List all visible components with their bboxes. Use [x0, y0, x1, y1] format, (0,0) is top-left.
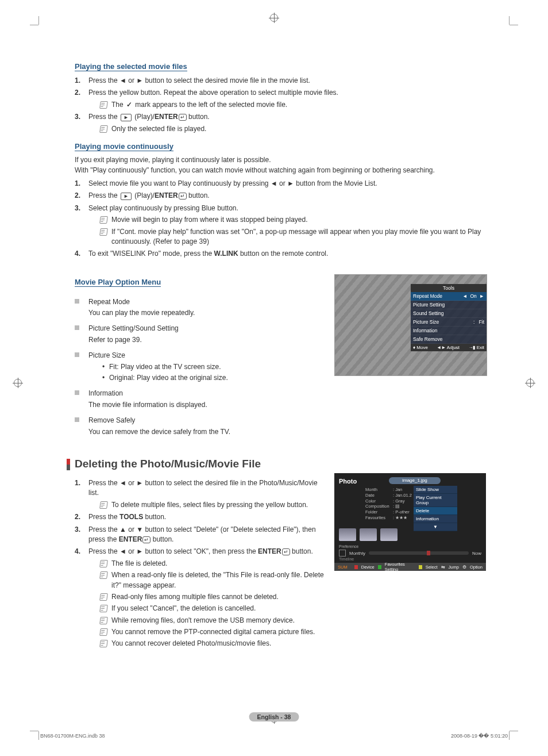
enter-icon: ↵ [179, 114, 187, 121]
osd-file-name: image_1.jpg [389, 477, 441, 484]
paragraph: With "Play continuously" function, you c… [75, 166, 487, 174]
option-item: Information The movie file information i… [75, 389, 322, 410]
heading-option-menu: Movie Play Option Menu [75, 278, 161, 287]
option-item: Remove Safely You can remove the device … [75, 416, 322, 437]
step-text: Press the ◄ or ► button to select the de… [88, 479, 318, 497]
option-item: Picture Setting/Sound Setting Refer to p… [75, 324, 322, 345]
option-item: Repeat Mode You can play the movie repea… [75, 297, 322, 318]
heading-playing-selected: Playing the selected movie files [75, 62, 187, 71]
osd-row: Information [411, 327, 487, 335]
osd-tools-title: Tools [411, 284, 487, 292]
osd-row: Safe Remove [411, 335, 487, 344]
osd-row: Picture Size: Fit [411, 318, 487, 327]
step-text: Press the TOOLS button. [88, 513, 166, 521]
osd-photo-screenshot: Photo image_1.jpg Month: Jan Date: Jan.0… [334, 473, 486, 571]
osd-timeline-label: Timeline [339, 557, 354, 561]
step-text: Press the ► (Play)/ENTER↵ button. [88, 191, 210, 199]
note-text: While removing files, don't remove the U… [88, 616, 327, 625]
osd-footer: ♦ Move ◄► Adjust →▮ Exit [411, 344, 487, 351]
page-number-pill: English - 38 [249, 712, 299, 722]
osd-tools-screenshot: Tools Repeat Mode ◄ On ► Picture Setting… [334, 274, 487, 376]
step-text: Press the ◄ or ► button to select "OK", … [88, 547, 313, 555]
calendar-icon [339, 550, 346, 557]
osd-bottom-bar: SUM Device Favourites Setting Select ⇆Ju… [334, 563, 486, 571]
footer-left: BN68-01700M-ENG.indb 38 [40, 733, 105, 739]
step-text: Press the ◄ or ► button to select the de… [88, 76, 310, 85]
step-text: To exit "WISELINK Pro" mode, press the W… [88, 250, 328, 258]
registration-mark-icon [13, 378, 23, 388]
option-item: Picture Size Fit: Play video at the TV s… [75, 351, 322, 383]
note-text: Movie will begin to play from where it w… [88, 215, 487, 225]
enter-icon: ↵ [282, 548, 290, 555]
osd-pref-label: Preference [339, 544, 358, 548]
osd-photo-title: Photo [339, 478, 357, 485]
play-icon: ► [121, 114, 132, 121]
note-text: The file is deleted. [88, 559, 327, 569]
heading-deleting: Deleting the Photo/Music/Movie File [75, 458, 487, 470]
step-text: Select movie file you want to Play conti… [88, 179, 377, 187]
note-text: To delete multiple files, select files b… [88, 500, 327, 510]
note-text: If "Cont. movie play help" function was … [88, 227, 487, 247]
play-icon: ► [121, 193, 132, 200]
osd-row-repeat: Repeat Mode ◄ On ► [411, 292, 487, 301]
registration-mark-icon [269, 13, 279, 23]
note-text: Read-only files among multiple files can… [88, 592, 327, 602]
step-text: Select play continuously by pressing Blu… [88, 204, 238, 212]
note-text: The ✓ mark appears to the left of the se… [88, 100, 487, 110]
step-text: Press the yellow button. Repeat the abov… [88, 89, 338, 97]
step-text: Press the ► (Play)/ENTER↵ button. [88, 113, 210, 121]
note-text: Only the selected file is played. [88, 124, 487, 134]
enter-icon: ↵ [179, 193, 187, 199]
osd-meta: Month: Jan Date: Jan.01.2 Color: Gray Co… [365, 487, 412, 521]
note-text: You cannot remove the PTP-connected digi… [88, 627, 327, 637]
enter-icon: ↵ [142, 536, 150, 543]
note-text: When a read-only file is deleted, the "T… [88, 570, 327, 590]
osd-context-menu: Slide Show Play Current Group Delete Inf… [414, 486, 457, 531]
osd-row: Sound Setting [411, 309, 487, 318]
registration-mark-icon [525, 378, 535, 388]
heading-playing-continuously: Playing movie continuously [75, 142, 173, 151]
step-text: Press the ▲ or ▼ button to select "Delet… [88, 525, 316, 543]
paragraph: If you exit playing movie, playing it co… [75, 156, 487, 164]
note-text: If you select "Cancel", the deletion is … [88, 604, 327, 613]
osd-thumbs [339, 528, 398, 541]
osd-monthly-label: Monthly [349, 551, 365, 556]
osd-now-label: Now [472, 551, 481, 556]
footer-right: 2008-08-19 �� 5:01:20 [451, 733, 508, 739]
osd-row: Picture Setting [411, 301, 487, 309]
note-text: You cannot recover deleted Photo/music/m… [88, 639, 327, 648]
